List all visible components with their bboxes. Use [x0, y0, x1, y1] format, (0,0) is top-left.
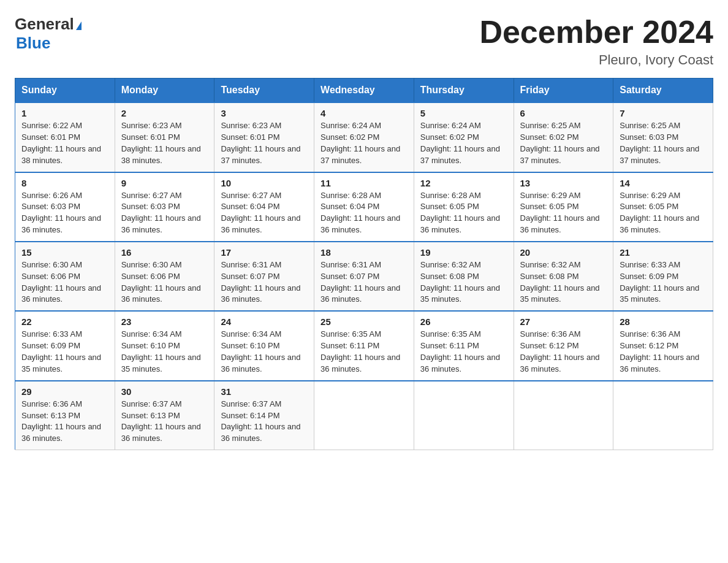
calendar-cell: 17 Sunrise: 6:31 AM Sunset: 6:07 PM Dayl… [214, 242, 314, 311]
logo-arrow-icon [76, 21, 82, 30]
day-info: Sunrise: 6:35 AM Sunset: 6:11 PM Dayligh… [420, 329, 507, 375]
day-number: 29 [21, 386, 108, 397]
day-info: Sunrise: 6:33 AM Sunset: 6:09 PM Dayligh… [620, 259, 707, 305]
day-number: 19 [420, 247, 507, 258]
calendar-cell: 28 Sunrise: 6:36 AM Sunset: 6:12 PM Dayl… [613, 311, 713, 380]
calendar-cell: 11 Sunrise: 6:28 AM Sunset: 6:04 PM Dayl… [314, 172, 414, 242]
day-info: Sunrise: 6:27 AM Sunset: 6:04 PM Dayligh… [221, 190, 308, 236]
day-info: Sunrise: 6:25 AM Sunset: 6:02 PM Dayligh… [520, 120, 607, 166]
calendar-cell [613, 381, 713, 450]
day-number: 27 [520, 316, 607, 327]
day-info: Sunrise: 6:37 AM Sunset: 6:13 PM Dayligh… [121, 399, 208, 445]
calendar-cell: 2 Sunrise: 6:23 AM Sunset: 6:01 PM Dayli… [115, 102, 214, 172]
day-info: Sunrise: 6:31 AM Sunset: 6:07 PM Dayligh… [320, 259, 408, 305]
calendar-cell: 23 Sunrise: 6:34 AM Sunset: 6:10 PM Dayl… [115, 311, 214, 380]
calendar-cell: 16 Sunrise: 6:30 AM Sunset: 6:06 PM Dayl… [115, 242, 214, 311]
calendar-cell: 15 Sunrise: 6:30 AM Sunset: 6:06 PM Dayl… [15, 242, 115, 311]
day-info: Sunrise: 6:22 AM Sunset: 6:01 PM Dayligh… [21, 120, 108, 166]
col-saturday: Saturday [613, 79, 713, 103]
day-number: 12 [420, 178, 507, 188]
calendar-cell: 13 Sunrise: 6:29 AM Sunset: 6:05 PM Dayl… [514, 172, 613, 242]
location-text: Pleuro, Ivory Coast [479, 52, 713, 68]
day-number: 5 [420, 108, 507, 118]
calendar-week-row: 29 Sunrise: 6:36 AM Sunset: 6:13 PM Dayl… [15, 381, 713, 450]
calendar-cell: 14 Sunrise: 6:29 AM Sunset: 6:05 PM Dayl… [613, 172, 713, 242]
calendar-cell: 12 Sunrise: 6:28 AM Sunset: 6:05 PM Dayl… [414, 172, 514, 242]
day-number: 8 [21, 178, 108, 188]
calendar-week-row: 15 Sunrise: 6:30 AM Sunset: 6:06 PM Dayl… [15, 242, 713, 311]
calendar-cell: 9 Sunrise: 6:27 AM Sunset: 6:03 PM Dayli… [115, 172, 214, 242]
calendar-cell: 26 Sunrise: 6:35 AM Sunset: 6:11 PM Dayl… [414, 311, 514, 380]
day-info: Sunrise: 6:34 AM Sunset: 6:10 PM Dayligh… [221, 329, 308, 375]
day-number: 6 [520, 108, 607, 118]
calendar-cell: 19 Sunrise: 6:32 AM Sunset: 6:08 PM Dayl… [414, 242, 514, 311]
day-number: 20 [520, 247, 607, 258]
day-number: 18 [320, 247, 408, 258]
logo-blue-text: Blue [16, 34, 50, 52]
calendar-cell: 18 Sunrise: 6:31 AM Sunset: 6:07 PM Dayl… [314, 242, 414, 311]
col-friday: Friday [514, 79, 613, 103]
day-number: 10 [221, 178, 308, 188]
calendar-cell: 31 Sunrise: 6:37 AM Sunset: 6:14 PM Dayl… [214, 381, 314, 450]
day-info: Sunrise: 6:33 AM Sunset: 6:09 PM Dayligh… [21, 329, 108, 375]
col-monday: Monday [115, 79, 214, 103]
day-info: Sunrise: 6:30 AM Sunset: 6:06 PM Dayligh… [121, 259, 208, 305]
day-number: 3 [221, 108, 308, 118]
logo-general-text: General [15, 15, 74, 34]
day-number: 11 [320, 178, 408, 188]
calendar-cell: 20 Sunrise: 6:32 AM Sunset: 6:08 PM Dayl… [514, 242, 613, 311]
month-title: December 2024 [479, 15, 713, 50]
calendar-cell: 6 Sunrise: 6:25 AM Sunset: 6:02 PM Dayli… [514, 102, 613, 172]
calendar-cell: 27 Sunrise: 6:36 AM Sunset: 6:12 PM Dayl… [514, 311, 613, 380]
day-number: 4 [320, 108, 408, 118]
calendar-cell: 24 Sunrise: 6:34 AM Sunset: 6:10 PM Dayl… [214, 311, 314, 380]
day-number: 17 [221, 247, 308, 258]
day-number: 13 [520, 178, 607, 188]
day-info: Sunrise: 6:25 AM Sunset: 6:03 PM Dayligh… [620, 120, 707, 166]
day-number: 1 [21, 108, 108, 118]
calendar-week-row: 8 Sunrise: 6:26 AM Sunset: 6:03 PM Dayli… [15, 172, 713, 242]
day-number: 7 [620, 108, 707, 118]
day-number: 2 [121, 108, 208, 118]
calendar-week-row: 22 Sunrise: 6:33 AM Sunset: 6:09 PM Dayl… [15, 311, 713, 380]
calendar-cell [314, 381, 414, 450]
calendar-cell: 5 Sunrise: 6:24 AM Sunset: 6:02 PM Dayli… [414, 102, 514, 172]
day-number: 22 [21, 316, 108, 327]
calendar-cell [514, 381, 613, 450]
day-number: 24 [221, 316, 308, 327]
day-info: Sunrise: 6:36 AM Sunset: 6:12 PM Dayligh… [520, 329, 607, 375]
calendar-cell: 29 Sunrise: 6:36 AM Sunset: 6:13 PM Dayl… [15, 381, 115, 450]
day-info: Sunrise: 6:28 AM Sunset: 6:04 PM Dayligh… [320, 190, 408, 236]
calendar-cell [414, 381, 514, 450]
day-info: Sunrise: 6:24 AM Sunset: 6:02 PM Dayligh… [320, 120, 408, 166]
calendar-table: Sunday Monday Tuesday Wednesday Thursday… [15, 78, 713, 450]
day-info: Sunrise: 6:32 AM Sunset: 6:08 PM Dayligh… [520, 259, 607, 305]
day-info: Sunrise: 6:23 AM Sunset: 6:01 PM Dayligh… [121, 120, 208, 166]
day-number: 31 [221, 386, 308, 397]
calendar-cell: 25 Sunrise: 6:35 AM Sunset: 6:11 PM Dayl… [314, 311, 414, 380]
day-number: 23 [121, 316, 208, 327]
day-info: Sunrise: 6:30 AM Sunset: 6:06 PM Dayligh… [21, 259, 108, 305]
col-thursday: Thursday [414, 79, 514, 103]
calendar-cell: 7 Sunrise: 6:25 AM Sunset: 6:03 PM Dayli… [613, 102, 713, 172]
calendar-cell: 30 Sunrise: 6:37 AM Sunset: 6:13 PM Dayl… [115, 381, 214, 450]
day-info: Sunrise: 6:37 AM Sunset: 6:14 PM Dayligh… [221, 399, 308, 445]
day-info: Sunrise: 6:29 AM Sunset: 6:05 PM Dayligh… [620, 190, 707, 236]
day-number: 21 [620, 247, 707, 258]
col-wednesday: Wednesday [314, 79, 414, 103]
calendar-cell: 22 Sunrise: 6:33 AM Sunset: 6:09 PM Dayl… [15, 311, 115, 380]
page-header: General Blue December 2024 Pleuro, Ivory… [15, 15, 713, 68]
day-info: Sunrise: 6:26 AM Sunset: 6:03 PM Dayligh… [21, 190, 108, 236]
calendar-cell: 1 Sunrise: 6:22 AM Sunset: 6:01 PM Dayli… [15, 102, 115, 172]
day-info: Sunrise: 6:23 AM Sunset: 6:01 PM Dayligh… [221, 120, 308, 166]
col-tuesday: Tuesday [214, 79, 314, 103]
day-info: Sunrise: 6:27 AM Sunset: 6:03 PM Dayligh… [121, 190, 208, 236]
day-info: Sunrise: 6:29 AM Sunset: 6:05 PM Dayligh… [520, 190, 607, 236]
title-block: December 2024 Pleuro, Ivory Coast [479, 15, 713, 68]
day-info: Sunrise: 6:34 AM Sunset: 6:10 PM Dayligh… [121, 329, 208, 375]
day-info: Sunrise: 6:31 AM Sunset: 6:07 PM Dayligh… [221, 259, 308, 305]
day-number: 30 [121, 386, 208, 397]
day-info: Sunrise: 6:35 AM Sunset: 6:11 PM Dayligh… [320, 329, 408, 375]
calendar-cell: 8 Sunrise: 6:26 AM Sunset: 6:03 PM Dayli… [15, 172, 115, 242]
logo: General Blue [15, 15, 82, 53]
